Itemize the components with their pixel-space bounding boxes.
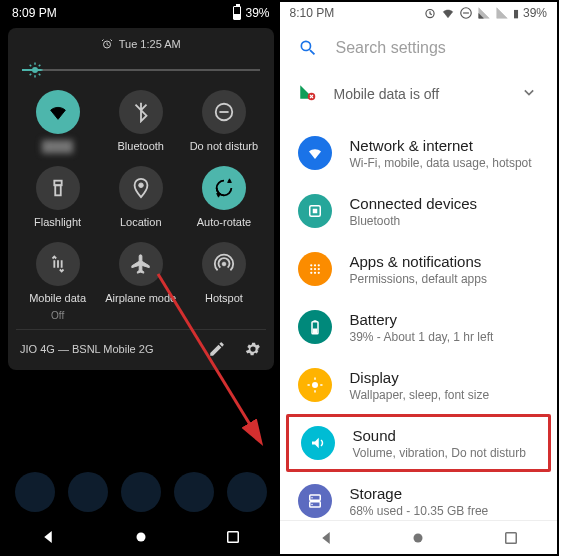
signal-off-icon <box>298 83 316 105</box>
svg-point-32 <box>313 272 315 274</box>
svg-rect-47 <box>506 532 517 543</box>
mobile-data-text: Mobile data is off <box>334 86 502 102</box>
battery-text: 39% <box>245 6 269 20</box>
carrier-text: JIO 4G — BSNL Mobile 2G <box>20 343 153 355</box>
settings-row-apps-notifications[interactable]: Apps & notificationsPermissions, default… <box>280 240 558 298</box>
home-button[interactable] <box>132 528 150 546</box>
alarm-icon <box>101 38 113 50</box>
row-icon <box>298 136 332 170</box>
settings-row-display[interactable]: DisplayWallpaper, sleep, font size <box>280 356 558 414</box>
svg-rect-13 <box>55 185 61 195</box>
signal-status-icon <box>477 6 491 20</box>
svg-point-37 <box>312 382 318 388</box>
dnd-status-icon <box>459 6 473 20</box>
mobile-data-banner[interactable]: Mobile data is off <box>280 72 558 124</box>
svg-point-45 <box>311 504 313 506</box>
recents-button[interactable] <box>502 529 520 547</box>
bluetooth-icon <box>119 90 163 134</box>
svg-line-6 <box>30 65 32 67</box>
qs-tile-bluetooth[interactable]: Bluetooth <box>99 90 182 152</box>
search-settings-row[interactable]: Search settings <box>280 24 558 72</box>
settings-row-connected-devices[interactable]: Connected devicesBluetooth <box>280 182 558 240</box>
svg-point-25 <box>310 264 312 266</box>
clock-text: 8:10 PM <box>290 6 335 20</box>
svg-point-28 <box>310 268 312 270</box>
svg-line-7 <box>39 74 41 76</box>
settings-row-battery[interactable]: Battery39% - About 1 day, 1 hr left <box>280 298 558 356</box>
row-icon <box>298 310 332 344</box>
svg-point-30 <box>317 268 319 270</box>
row-icon <box>298 252 332 286</box>
dock-app[interactable] <box>15 472 55 512</box>
back-button[interactable] <box>317 529 335 547</box>
svg-rect-17 <box>228 532 239 543</box>
svg-point-1 <box>32 67 38 73</box>
qs-tile-flashlight[interactable]: Flashlight <box>16 166 99 228</box>
nav-bar-left <box>2 520 280 554</box>
dock-app[interactable] <box>121 472 161 512</box>
battery-text: 39% <box>523 6 547 20</box>
clock-text: 8:09 PM <box>12 6 57 20</box>
battery-icon <box>233 6 241 20</box>
gear-icon[interactable] <box>244 340 262 358</box>
qs-tile-dnd[interactable]: Do not disturb <box>182 90 265 152</box>
qs-tile-location[interactable]: Location <box>99 166 182 228</box>
row-icon <box>298 368 332 402</box>
svg-point-27 <box>317 264 319 266</box>
qs-tile-wifi[interactable]: ████ <box>16 90 99 152</box>
dock-app[interactable] <box>68 472 108 512</box>
svg-point-15 <box>222 262 226 266</box>
settings-row-network-internet[interactable]: Network & internetWi-Fi, mobile, data us… <box>280 124 558 182</box>
location-icon <box>119 166 163 210</box>
mdata-icon <box>36 242 80 286</box>
svg-point-31 <box>310 272 312 274</box>
hotspot-icon <box>202 242 246 286</box>
svg-rect-36 <box>312 329 317 334</box>
search-placeholder: Search settings <box>336 39 446 57</box>
svg-point-33 <box>317 272 319 274</box>
brightness-slider[interactable] <box>22 60 260 80</box>
airplane-icon <box>119 242 163 286</box>
svg-point-26 <box>313 264 315 266</box>
dock-app[interactable] <box>227 472 267 512</box>
svg-point-16 <box>136 533 145 542</box>
dnd-icon <box>202 90 246 134</box>
settings-row-sound[interactable]: SoundVolume, vibration, Do not disturb <box>286 414 552 472</box>
svg-line-8 <box>30 74 32 76</box>
recents-button[interactable] <box>224 528 242 546</box>
svg-point-29 <box>313 268 315 270</box>
home-button[interactable] <box>409 529 427 547</box>
qs-tile-airplane[interactable]: Airplane mode <box>99 242 182 321</box>
svg-point-14 <box>138 183 143 188</box>
signal2-status-icon <box>495 6 509 20</box>
dock-app[interactable] <box>174 472 214 512</box>
wifi-icon <box>36 90 80 134</box>
wifi-status-icon <box>441 6 455 20</box>
nav-bar-right <box>280 520 558 554</box>
row-icon <box>298 484 332 518</box>
status-bar-right: 8:10 PM ▮ 39% <box>280 2 558 24</box>
search-icon <box>298 38 318 58</box>
flashlight-icon <box>36 166 80 210</box>
svg-line-9 <box>39 65 41 67</box>
qs-tile-hotspot[interactable]: Hotspot <box>182 242 265 321</box>
svg-point-46 <box>414 533 423 542</box>
svg-point-44 <box>311 497 313 499</box>
alarm-status-icon <box>423 6 437 20</box>
status-bar-left: 8:09 PM 39% <box>2 2 280 24</box>
back-button[interactable] <box>39 528 57 546</box>
row-icon <box>298 194 332 228</box>
alarm-text: Tue 1:25 AM <box>119 38 181 50</box>
row-icon <box>301 426 335 460</box>
qs-tile-mdata[interactable]: Mobile dataOff <box>16 242 99 321</box>
svg-rect-35 <box>313 320 316 322</box>
brightness-thumb-icon <box>26 61 44 83</box>
svg-rect-24 <box>312 209 317 214</box>
chevron-down-icon <box>519 82 539 106</box>
qs-tile-rotate[interactable]: Auto-rotate <box>182 166 265 228</box>
edit-icon[interactable] <box>208 340 226 358</box>
alarm-row[interactable]: Tue 1:25 AM <box>16 38 266 50</box>
home-dock <box>2 464 280 520</box>
settings-panel: 8:10 PM ▮ 39% Search settings Mobile dat… <box>280 2 558 554</box>
quick-settings-panel: 8:09 PM 39% Tue 1:25 AM ████BluetoothDo … <box>2 2 280 554</box>
